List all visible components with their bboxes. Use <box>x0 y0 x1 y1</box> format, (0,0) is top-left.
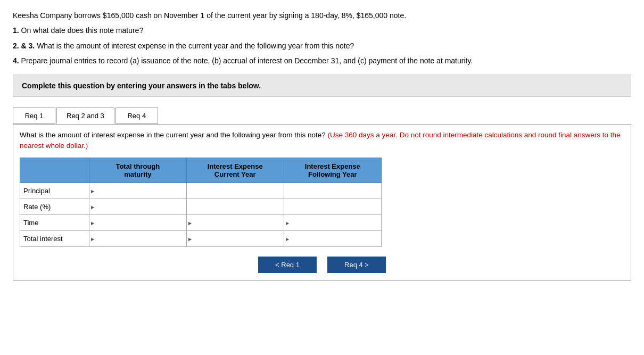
header-interest-expense-following: Interest ExpenseFollowing Year <box>284 158 381 183</box>
interest-table: Total throughmaturity Interest ExpenseCu… <box>20 158 382 247</box>
table-row-principal: Principal <box>20 183 382 199</box>
tab-req4[interactable]: Req 4 <box>115 108 158 124</box>
input-principal-following[interactable] <box>284 184 381 199</box>
input-total-interest-following[interactable] <box>284 232 381 246</box>
cell-principal-current[interactable] <box>186 183 284 199</box>
intro-line1: Keesha Company borrows $165,000 cash on … <box>13 10 631 21</box>
input-rate-following[interactable] <box>284 200 381 214</box>
intro-q1: 1. On what date does this note mature? <box>13 24 631 36</box>
cell-total-interest-following[interactable] <box>284 231 381 247</box>
next-button[interactable]: Req 4 > <box>327 257 386 273</box>
tab-req1[interactable]: Req 1 <box>13 108 55 124</box>
prev-button[interactable]: < Req 1 <box>258 257 317 273</box>
q4-label: 4. <box>13 56 19 65</box>
instruction-normal: What is the amount of interest expense i… <box>20 131 326 139</box>
label-total-interest: Total interest <box>20 231 89 247</box>
q1-label: 1. <box>13 26 19 35</box>
cell-time-following[interactable] <box>284 215 381 231</box>
input-rate-total[interactable] <box>89 200 186 214</box>
complete-box: Complete this question by entering your … <box>13 75 631 97</box>
cell-principal-following[interactable] <box>284 183 381 199</box>
input-total-interest-total[interactable] <box>89 232 186 246</box>
label-principal: Principal <box>20 183 89 199</box>
input-time-total[interactable] <box>89 216 186 230</box>
header-total-through-maturity: Total throughmaturity <box>89 158 187 183</box>
cell-total-interest-total[interactable] <box>89 231 187 247</box>
input-principal-current[interactable] <box>187 184 284 199</box>
table-row-time: Time <box>20 215 382 231</box>
intro-section: Keesha Company borrows $165,000 cash on … <box>13 10 631 67</box>
cell-rate-following[interactable] <box>284 199 381 215</box>
cell-rate-current[interactable] <box>186 199 284 215</box>
input-principal-total[interactable] <box>89 184 186 199</box>
intro-q4: 4. Prepare journal entries to record (a)… <box>13 55 631 67</box>
cell-rate-total[interactable] <box>89 199 187 215</box>
instruction-text: What is the amount of interest expense i… <box>20 130 624 152</box>
cell-total-interest-current[interactable] <box>186 231 284 247</box>
q4-text: Prepare journal entries to record (a) is… <box>19 56 473 65</box>
intro-q23: 2. & 3. What is the amount of interest e… <box>13 40 631 52</box>
table-row-rate: Rate (%) <box>20 199 382 215</box>
tab-content: What is the amount of interest expense i… <box>13 124 631 282</box>
header-interest-expense-current: Interest ExpenseCurrent Year <box>186 158 284 183</box>
input-total-interest-current[interactable] <box>187 232 284 246</box>
header-empty <box>20 158 89 183</box>
nav-buttons: < Req 1 Req 4 > <box>20 257 624 273</box>
label-time: Time <box>20 215 89 231</box>
cell-principal-total[interactable] <box>89 183 187 199</box>
q1-text: On what date does this note mature? <box>19 26 143 35</box>
tabs-container: Req 1 Req 2 and 3 Req 4 <box>13 108 631 124</box>
input-time-current[interactable] <box>187 216 284 230</box>
input-time-following[interactable] <box>284 216 381 230</box>
q23-text: What is the amount of interest expense i… <box>35 42 354 50</box>
complete-box-text: Complete this question by entering your … <box>22 81 261 90</box>
table-row-total-interest: Total interest <box>20 231 382 247</box>
input-rate-current[interactable] <box>187 200 284 214</box>
q23-label: 2. & 3. <box>13 42 35 50</box>
label-rate: Rate (%) <box>20 199 89 215</box>
cell-time-total[interactable] <box>89 215 187 231</box>
cell-time-current[interactable] <box>186 215 284 231</box>
tab-req23[interactable]: Req 2 and 3 <box>56 108 114 124</box>
